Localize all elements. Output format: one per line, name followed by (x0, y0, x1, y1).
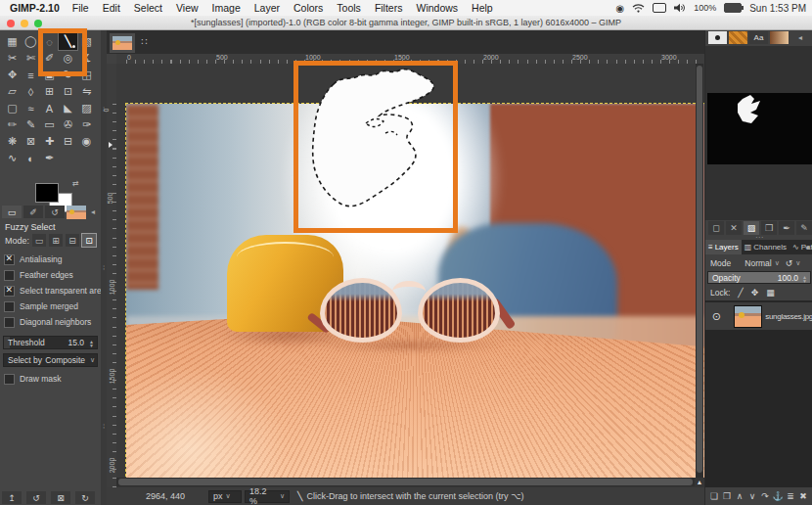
navigation-corner-button[interactable]: ▲ (695, 478, 704, 486)
eraser-tool[interactable]: ▭ (40, 116, 59, 133)
menu-item[interactable]: Colors (287, 2, 330, 14)
draw-mask-checkbox[interactable] (4, 374, 15, 385)
foreground-select-tool[interactable]: ✄ (22, 50, 40, 67)
delete-tool-preset-button[interactable]: ⊠ (51, 491, 70, 504)
raise-layer-button[interactable]: ∧ (734, 490, 745, 503)
perspective-tool[interactable]: ◊ (22, 83, 40, 100)
clone-tool[interactable]: ⊠ (22, 133, 40, 150)
rectangle-select-tool[interactable]: ▦ (3, 33, 22, 50)
device-status-tab[interactable]: ✐ (23, 206, 43, 218)
layers-menu-icon[interactable]: ◂ (805, 243, 809, 252)
warp-transform-tool[interactable]: ≈ (22, 100, 40, 116)
ink-options-tab[interactable]: ✒ (779, 221, 794, 235)
measure-tool[interactable]: ∡ (77, 50, 96, 67)
chevron-down-icon[interactable]: ∨ (795, 259, 800, 267)
flip-tool[interactable]: ⇋ (77, 83, 96, 100)
visibility-eye-icon[interactable]: ⊙ (711, 310, 722, 322)
menu-item[interactable]: Help (465, 2, 500, 14)
checkbox[interactable] (4, 254, 15, 265)
zoom-tool[interactable]: ◎ (59, 50, 77, 67)
perspective-clone-tool[interactable]: ⊟ (59, 133, 77, 150)
zoom-dropdown[interactable]: 18.2 % ∨ (245, 490, 290, 503)
lock-alpha-icon[interactable]: ▦ (766, 288, 775, 298)
volume-icon[interactable] (674, 3, 686, 13)
image-tab[interactable] (110, 33, 135, 53)
align-tool[interactable]: ≡ (22, 67, 40, 83)
mode-add-button[interactable]: ⊞ (49, 234, 63, 247)
screen-mirroring-icon[interactable]: ◉ (615, 3, 624, 14)
smudge-tool[interactable]: ∿ (3, 150, 22, 166)
ellipse-select-tool[interactable]: ◯ (22, 33, 40, 50)
threshold-slider[interactable]: Threshold 15.0 ▲▼ (3, 336, 98, 349)
dodge-burn-tool[interactable]: ◐ (22, 150, 40, 166)
duplicate-layer-button[interactable]: ↷ (759, 490, 771, 503)
unit-dropdown[interactable]: px ∨ (208, 490, 242, 503)
heal-tool[interactable]: ✚ (40, 133, 59, 150)
horizontal-scrollbar-thumb[interactable] (118, 479, 693, 485)
mode-intersect-button[interactable]: ⊡ (82, 234, 96, 247)
new-layer-group-button[interactable]: ❐ (721, 490, 733, 503)
free-select-tool[interactable]: ◌ (40, 33, 59, 50)
switch-mode-icon[interactable]: ↺ (786, 258, 793, 268)
menubar-clock[interactable]: Sun 1:53 PM (749, 3, 806, 14)
image-thumbnail-tab[interactable] (67, 206, 86, 218)
patterns-tab[interactable] (729, 31, 747, 44)
checkbox[interactable] (4, 286, 15, 297)
menu-item[interactable]: Edit (96, 2, 127, 14)
lock-pixels-icon[interactable]: ╱ (738, 288, 743, 298)
anchor-layer-button[interactable]: ⚓ (772, 490, 784, 503)
lower-layer-button[interactable]: ∨ (746, 490, 758, 503)
reset-tool-options-button[interactable]: ↻ (75, 491, 95, 504)
merge-layer-button[interactable]: ≣ (785, 490, 796, 503)
vertical-scrollbar-thumb[interactable] (697, 66, 702, 473)
checkbox[interactable] (4, 317, 15, 328)
menu-item[interactable]: Image (205, 2, 248, 14)
cage-transform-tool[interactable]: ▢ (3, 100, 22, 116)
gradients-tab[interactable] (770, 31, 789, 44)
foreground-color-swatch[interactable] (35, 183, 59, 203)
Layers-tab[interactable]: ≡ Layers (705, 240, 742, 254)
app-menu[interactable]: GIMP-2.10 (10, 2, 60, 14)
color-picker-tool[interactable]: ✐ (40, 50, 59, 67)
selection-editor-tab[interactable]: ◻ (708, 221, 724, 235)
handle-transform-tool[interactable]: ⊡ (59, 83, 77, 100)
select-by-color-tool[interactable]: ▧ (77, 33, 96, 50)
menu-item[interactable]: Layer (248, 2, 287, 14)
chevron-down-icon[interactable]: ∨ (775, 259, 780, 267)
ink-tool[interactable]: ✑ (77, 116, 96, 133)
checkbox[interactable] (4, 301, 15, 312)
vertical-scrollbar[interactable] (696, 64, 703, 478)
shear-tool[interactable]: ▱ (3, 83, 22, 100)
paths-tool[interactable]: ✒ (40, 150, 59, 166)
scissors-select-tool[interactable]: ✂ (3, 50, 22, 67)
fonts-tab[interactable]: Aa (749, 31, 768, 44)
selection-mask-preview[interactable] (707, 93, 812, 164)
undo-history-tab[interactable]: ↺ (45, 206, 65, 218)
window-titlebar[interactable]: *[sunglasses] (imported)-1.0 (RGB color … (0, 16, 812, 30)
text-tool[interactable]: A (40, 100, 59, 116)
rotate-tool[interactable]: ↻ (59, 67, 77, 83)
menu-item[interactable]: View (169, 2, 205, 14)
dock-menu-icon[interactable]: ◂ (798, 33, 802, 42)
mode-subtract-button[interactable]: ⊟ (66, 234, 79, 247)
new-layer-button[interactable]: ❏ (708, 490, 720, 503)
delete-layer-button[interactable]: ✖ (797, 490, 809, 503)
move-tool[interactable]: ✥ (3, 67, 22, 83)
select-by-dropdown[interactable]: Select by Composite ∨ (3, 353, 98, 367)
Channels-tab[interactable]: ▥ Channels (742, 240, 789, 254)
vertical-ruler[interactable]: 0 500 1000 1500 2000 (107, 64, 116, 496)
crop-tool[interactable]: ▣ (40, 67, 59, 83)
edit-options-tab[interactable]: ✎ (796, 221, 812, 235)
tool-options-tab[interactable]: ▭ (2, 206, 22, 218)
image-tab-menu-icon[interactable]: ∷ (141, 36, 147, 47)
tool-options-menu-icon[interactable]: ◂ (91, 207, 95, 216)
mode-replace-button[interactable]: ▭ (32, 234, 46, 247)
threshold-spinner[interactable]: ▲▼ (87, 338, 96, 348)
blur-sharpen-tool[interactable]: ◉ (77, 133, 96, 150)
menu-item[interactable]: File (66, 2, 96, 14)
menu-item[interactable]: Select (127, 2, 169, 14)
checkbox[interactable] (4, 270, 15, 281)
wifi-icon[interactable] (632, 3, 645, 13)
close-dialog-tab[interactable]: ✕ (726, 221, 742, 235)
menu-item[interactable]: Tools (330, 2, 368, 14)
